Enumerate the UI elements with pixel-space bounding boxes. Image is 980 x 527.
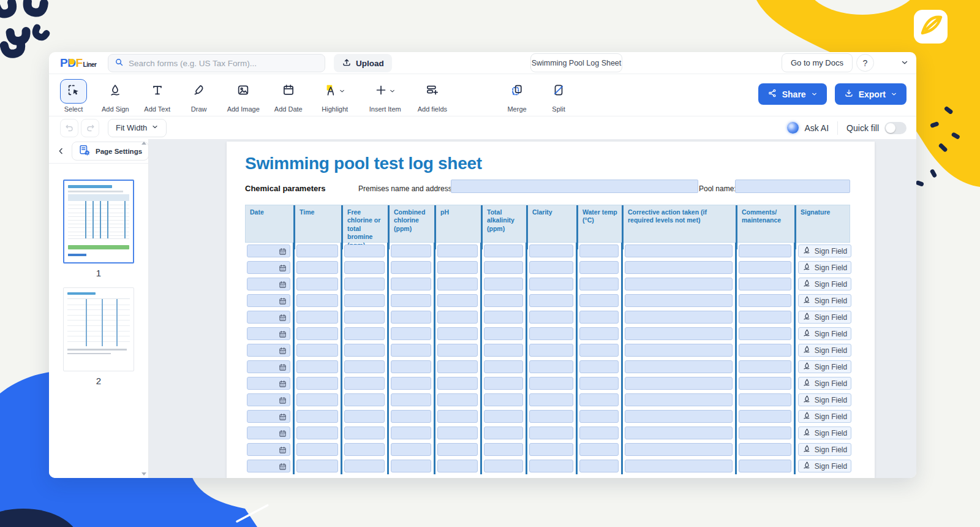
fillable-cell-field[interactable] [247,327,290,340]
fillable-cell-field[interactable] [579,344,619,357]
fillable-cell-field[interactable] [344,261,385,274]
fillable-cell-field[interactable] [625,443,733,456]
fillable-cell-field[interactable] [247,311,290,324]
fillable-cell-field[interactable] [625,245,733,257]
tool-split-button[interactable]: Split [545,79,572,113]
fillable-cell-field[interactable] [296,311,338,324]
sign-field-button[interactable]: Sign Field [798,427,851,439]
fillable-cell-field[interactable] [625,261,733,274]
fillable-cell-field[interactable] [625,311,733,324]
sign-field-button[interactable]: Sign Field [798,261,851,274]
fillable-cell-field[interactable] [247,344,290,357]
fillable-cell-field[interactable] [247,360,290,373]
tool-highlight-chevron-down-icon[interactable] [339,86,345,97]
fillable-cell-field[interactable] [391,427,431,439]
fillable-cell-field[interactable] [437,460,478,472]
fillable-cell-field[interactable] [437,278,478,290]
fillable-cell-field[interactable] [625,410,733,423]
fillable-cell-field[interactable] [484,393,523,406]
fillable-cell-field[interactable] [579,261,619,274]
sign-field-button[interactable]: Sign Field [798,344,851,357]
fillable-cell-field[interactable] [739,393,791,406]
date-calendar-icon[interactable] [279,297,287,308]
date-calendar-icon[interactable] [279,396,287,407]
fillable-cell-field[interactable] [529,294,573,307]
fillable-cell-field[interactable] [391,410,431,423]
fillable-cell-field[interactable] [296,443,338,456]
fillable-cell-field[interactable] [625,360,733,373]
sign-field-button[interactable]: Sign Field [798,278,851,290]
fillable-cell-field[interactable] [391,460,431,472]
fillable-cell-field[interactable] [625,294,733,307]
fillable-cell-field[interactable] [579,443,619,456]
fillable-cell-field[interactable] [247,294,290,307]
tool-highlight-button[interactable]: Highlight [317,79,353,113]
tool-add-date-button[interactable]: Add Date [274,79,303,113]
fillable-cell-field[interactable] [484,443,523,456]
fillable-cell-field[interactable] [529,311,573,324]
ask-ai-button[interactable]: Ask AI [787,122,829,134]
fillable-cell-field[interactable] [484,278,523,290]
fillable-cell-field[interactable] [484,410,523,423]
fillable-cell-field[interactable] [247,278,290,290]
page-thumbnail-2[interactable] [63,287,134,371]
fillable-cell-field[interactable] [529,327,573,340]
fillable-cell-field[interactable] [579,327,619,340]
fillable-cell-field[interactable] [344,460,385,472]
redo-button[interactable] [81,119,99,137]
fillable-cell-field[interactable] [391,393,431,406]
fillable-cell-field[interactable] [437,393,478,406]
date-calendar-icon[interactable] [279,346,287,357]
fillable-cell-field[interactable] [437,344,478,357]
fillable-cell-field[interactable] [579,294,619,307]
fillable-cell-field[interactable] [247,460,290,472]
fillable-cell-field[interactable] [484,261,523,274]
fillable-cell-field[interactable] [579,393,619,406]
fillable-cell-field[interactable] [484,377,523,390]
date-calendar-icon[interactable] [279,264,287,275]
fillable-cell-field[interactable] [625,278,733,290]
fillable-cell-field[interactable] [484,360,523,373]
fillable-cell-field[interactable] [391,327,431,340]
fillable-cell-field[interactable] [579,360,619,373]
fillable-cell-field[interactable] [296,410,338,423]
pool-name-input-field[interactable] [735,180,850,193]
fillable-cell-field[interactable] [344,360,385,373]
date-calendar-icon[interactable] [279,379,287,390]
fillable-cell-field[interactable] [391,377,431,390]
undo-button[interactable] [60,119,78,137]
tool-merge-button[interactable]: Merge [503,79,530,113]
quick-fill-toggle[interactable] [884,122,907,134]
fillable-cell-field[interactable] [579,427,619,439]
fillable-cell-field[interactable] [296,393,338,406]
fillable-cell-field[interactable] [247,245,290,257]
fillable-cell-field[interactable] [296,261,338,274]
sign-field-button[interactable]: Sign Field [798,311,851,324]
fillable-cell-field[interactable] [344,245,385,257]
sign-field-button[interactable]: Sign Field [798,245,851,257]
premises-input-field[interactable] [451,180,698,193]
fillable-cell-field[interactable] [391,311,431,324]
zoom-mode-dropdown[interactable]: Fit Width [108,119,167,137]
fillable-cell-field[interactable] [344,327,385,340]
date-calendar-icon[interactable] [279,429,287,440]
fillable-cell-field[interactable] [344,393,385,406]
fillable-cell-field[interactable] [579,278,619,290]
date-calendar-icon[interactable] [279,445,287,457]
fillable-cell-field[interactable] [296,360,338,373]
fillable-cell-field[interactable] [529,261,573,274]
fillable-cell-field[interactable] [739,460,791,472]
fillable-cell-field[interactable] [391,261,431,274]
sign-field-button[interactable]: Sign Field [798,377,851,390]
tool-draw-button[interactable]: Draw [186,79,213,113]
fillable-cell-field[interactable] [247,410,290,423]
fillable-cell-field[interactable] [625,427,733,439]
document-title-box[interactable]: Swimming Pool Log Sheet [530,53,622,72]
fillable-cell-field[interactable] [739,360,791,373]
fillable-cell-field[interactable] [529,427,573,439]
fillable-cell-field[interactable] [437,261,478,274]
sign-field-button[interactable]: Sign Field [798,443,851,456]
fillable-cell-field[interactable] [529,460,573,472]
help-button[interactable]: ? [856,54,874,72]
scroll-up-icon[interactable] [141,142,146,145]
